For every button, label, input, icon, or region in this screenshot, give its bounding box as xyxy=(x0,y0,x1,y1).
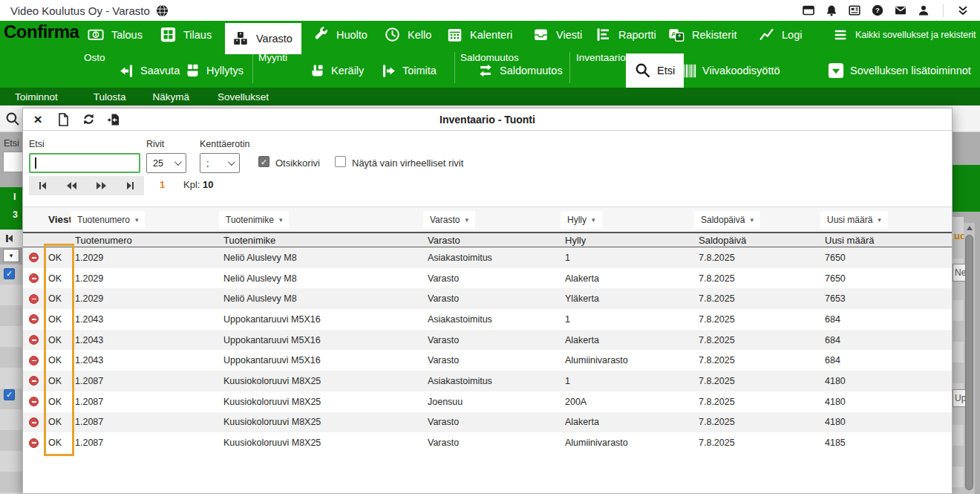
boxes-icon xyxy=(232,30,249,47)
search-input[interactable] xyxy=(29,153,140,173)
filter-chip-5[interactable]: Saldopäivä▾ xyxy=(694,211,760,229)
cell-varasto: Varasto xyxy=(428,335,565,345)
table-row[interactable]: OK1.2029Neliö Aluslevy M8Asiakastoimitus… xyxy=(23,247,952,268)
news-icon[interactable] xyxy=(848,4,861,17)
row-checkbox[interactable]: ✓ xyxy=(4,389,15,400)
subnav-item-hyllytys[interactable]: Hyllytys xyxy=(185,59,244,82)
table-row[interactable]: OK1.2043Uppokantaruuvi M5X16VarastoAlumi… xyxy=(23,350,952,371)
first-page-icon xyxy=(8,235,13,242)
cell-uusi-maara: 7650 xyxy=(825,253,952,263)
table-row[interactable]: OK1.2087Kuusiokoloruuvi M8X25VarastoAlum… xyxy=(23,432,952,453)
column-header-6: Uusi määrä xyxy=(825,235,952,246)
cell-saldopaiva: 7.8.2025 xyxy=(699,438,825,448)
subnav-item-lisatoiminnot[interactable]: Sovelluksen lisätoiminnot xyxy=(828,59,971,82)
text-fragment: I xyxy=(13,192,16,202)
cell-tuotenumero: 1.2087 xyxy=(75,397,223,407)
cell-uusi-maara: 684 xyxy=(825,355,952,365)
error-icon xyxy=(29,397,39,406)
table-row[interactable]: OK1.2043Uppokantaruuvi M5X16VarastoAlake… xyxy=(23,330,952,351)
filter-chip-3[interactable]: Varasto▾ xyxy=(423,211,475,229)
report-icon xyxy=(595,27,611,42)
search-label: Etsi xyxy=(29,139,45,149)
new-document-icon[interactable] xyxy=(53,111,74,129)
bell-icon[interactable] xyxy=(825,4,838,17)
cell-tuotenumero: 1.2087 xyxy=(75,438,223,448)
table-row[interactable]: OK1.2043Uppokantaruuvi M5X16Asiakastoimi… xyxy=(23,309,952,330)
search-icon[interactable] xyxy=(5,111,19,126)
subnav-item-viivakoodisyotto[interactable]: Viivakoodisyöttö xyxy=(681,59,780,82)
next-page-button[interactable] xyxy=(95,179,108,192)
nav-item-raportti[interactable]: Raportti xyxy=(588,21,664,48)
globe-icon[interactable] xyxy=(156,4,169,17)
help-icon[interactable]: ? xyxy=(871,4,884,17)
nav-item-kalenteri[interactable]: Kalenteri xyxy=(440,21,520,48)
subnav-label: Keräily xyxy=(331,65,364,77)
menu-sovellukset[interactable]: Sovellukset xyxy=(218,91,269,103)
subnav-item-saavuta[interactable]: Saavuta xyxy=(119,59,180,82)
row-status: OK xyxy=(45,355,75,365)
sub-navigation: Osto Saavuta Hyllytys Myynti Keräily Toi… xyxy=(0,48,980,88)
nav-item-varasto[interactable]: Varasto xyxy=(225,23,301,54)
current-page[interactable]: 1 xyxy=(160,179,165,190)
filter-chip-1[interactable]: Tuotenumero▾ xyxy=(71,211,145,229)
row-status: OK xyxy=(45,397,75,407)
subnav-item-etsi[interactable]: Etsi xyxy=(626,53,684,88)
nav-label: Viesti xyxy=(556,29,582,41)
cell-varasto: Varasto xyxy=(428,355,565,365)
filter-chip-2[interactable]: Tuotenimike▾ xyxy=(219,211,289,229)
cell-varasto: Varasto xyxy=(428,417,565,427)
collapse-chevrons-icon[interactable] xyxy=(956,4,970,17)
mail-icon[interactable] xyxy=(894,4,907,17)
header-row-checkbox[interactable]: ✓ xyxy=(258,156,270,167)
subnav-item-keraily[interactable]: Keräily xyxy=(310,59,364,82)
nav-item-rekisterit[interactable]: A* Rekisterit xyxy=(661,21,744,48)
scrollbar-up-icon[interactable] xyxy=(967,226,973,230)
first-page-button[interactable] xyxy=(38,179,48,192)
table-row[interactable]: OK1.2029Neliö Aluslevy M8VarastoYläkerta… xyxy=(23,288,952,309)
table-header-row: TuotenumeroTuotenimikeVarastoHyllySaldop… xyxy=(23,232,952,247)
nav-item-kello[interactable]: Kello xyxy=(377,21,439,48)
cell-tuotenumero: 1.2087 xyxy=(75,376,223,386)
filter-chip-4[interactable]: Hylly▾ xyxy=(561,211,602,229)
prev-page-button[interactable] xyxy=(65,179,78,192)
pagination xyxy=(29,176,144,195)
chevron-down-icon: ▾ xyxy=(135,216,139,224)
column-header-3: Varasto xyxy=(428,235,565,246)
background-rows xyxy=(953,217,964,494)
last-page-button[interactable] xyxy=(125,179,136,192)
cell-hylly: Alumiinivarasto xyxy=(565,355,699,365)
menu-nakyma[interactable]: Näkymä xyxy=(153,91,190,103)
subnav-item-toimita[interactable]: Toimita xyxy=(381,59,437,82)
nav-item-talous[interactable]: 1 Talous xyxy=(80,21,150,48)
nav-item-kaikki-sovellukset[interactable]: Kaikki sovellukset ja rekisterit xyxy=(826,21,980,48)
subnav-label: Saavuta xyxy=(140,65,180,77)
errors-only-checkbox[interactable] xyxy=(335,156,346,167)
nav-item-tilaus[interactable]: Tilaus xyxy=(153,21,219,48)
table-row[interactable]: OK1.2087Kuusiokoloruuvi M8X25Joensuu200A… xyxy=(23,391,952,412)
close-icon[interactable]: × xyxy=(27,111,48,129)
cell-saldopaiva: 7.8.2025 xyxy=(699,273,825,284)
nav-item-huolto[interactable]: Huolto xyxy=(306,21,375,48)
table-row[interactable]: OK1.2029Neliö Aluslevy M8VarastoAlakerta… xyxy=(23,268,952,289)
nav-item-logi[interactable]: Logi xyxy=(751,21,809,48)
menu-toiminnot[interactable]: Toiminnot xyxy=(15,91,58,103)
subnav-item-saldomuutos[interactable]: Saldomuutos xyxy=(477,59,563,82)
import-icon[interactable] xyxy=(103,111,124,129)
background-filter-chip[interactable]: ▾ xyxy=(3,249,19,262)
filter-chip-6[interactable]: Uusi määrä▾ xyxy=(820,211,888,229)
rows-select[interactable]: 25 xyxy=(146,153,186,173)
delimiter-select-value: ; xyxy=(206,158,209,169)
error-icon xyxy=(29,253,39,262)
delimiter-select[interactable]: ; xyxy=(200,153,240,173)
nav-item-viesti[interactable]: Viesti xyxy=(526,21,589,48)
refresh-icon[interactable] xyxy=(78,111,99,129)
table-row[interactable]: OK1.2087Kuusiokoloruuvi M8X25VarastoAlak… xyxy=(23,412,952,433)
scrollbar-thumb[interactable] xyxy=(965,235,973,490)
row-checkbox[interactable]: ✓ xyxy=(4,268,15,279)
user-icon[interactable] xyxy=(917,4,930,17)
table-row[interactable]: OK1.2087Kuusiokoloruuvi M8X25Asiakastoim… xyxy=(23,371,952,391)
window-icon[interactable] xyxy=(802,4,815,17)
row-icon-cell xyxy=(23,438,45,448)
background-pager-button[interactable] xyxy=(0,230,22,247)
menu-tulosta[interactable]: Tulosta xyxy=(94,91,126,103)
